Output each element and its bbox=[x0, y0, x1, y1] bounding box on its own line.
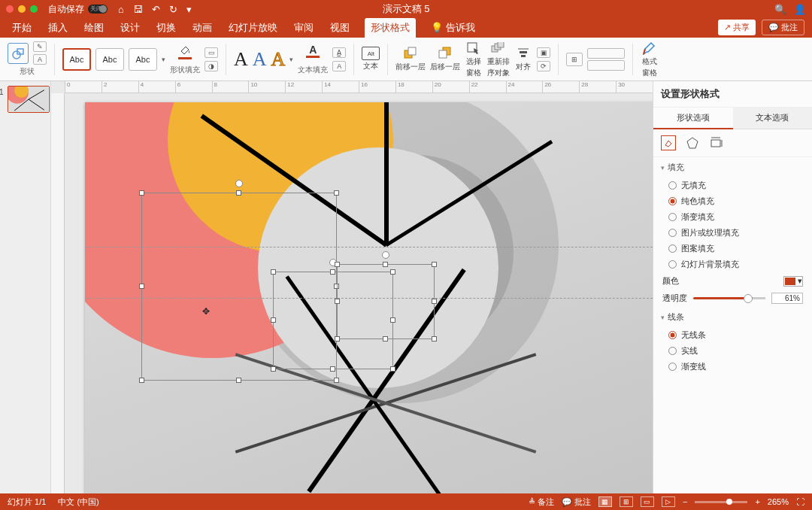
shape-line[interactable] bbox=[384, 102, 389, 245]
tab-home[interactable]: 开始 bbox=[11, 18, 33, 38]
wordart-gallery[interactable]: A A A ▾ bbox=[234, 50, 293, 69]
fill-option-picture[interactable]: 图片或纹理填充 bbox=[653, 225, 812, 241]
tab-insert[interactable]: 插入 bbox=[47, 18, 69, 38]
alt-text-button[interactable]: Alt 文本 bbox=[362, 47, 380, 71]
reorder-objects-button[interactable]: 重新排 序对象 bbox=[487, 41, 510, 78]
slide-thumbnail[interactable]: 1 bbox=[8, 86, 50, 113]
redo-icon[interactable]: ↻ bbox=[169, 4, 177, 15]
fill-line-icon[interactable] bbox=[661, 135, 676, 150]
slide-counter[interactable]: 幻灯片 1/1 bbox=[8, 496, 46, 508]
resize-handle[interactable] bbox=[139, 190, 144, 196]
text-effects-button[interactable]: A bbox=[332, 61, 346, 71]
zoom-out-button[interactable]: − bbox=[683, 497, 687, 506]
shape-outline-button[interactable]: ▭ bbox=[205, 47, 218, 58]
resize-handle[interactable] bbox=[139, 378, 144, 383]
normal-view-button[interactable]: ▦ bbox=[598, 496, 612, 507]
fill-option-gradient[interactable]: 渐变填充 bbox=[653, 209, 812, 225]
fill-option-pattern[interactable]: 图案填充 bbox=[653, 241, 812, 257]
wordart-style[interactable]: A bbox=[271, 50, 286, 69]
tab-shape-format[interactable]: 形状格式 bbox=[365, 18, 416, 38]
zoom-slider[interactable] bbox=[695, 501, 747, 503]
pane-tab-text-options[interactable]: 文本选项 bbox=[733, 108, 813, 129]
resize-handle[interactable] bbox=[236, 378, 241, 383]
edit-shape-button[interactable]: ✎ bbox=[33, 41, 47, 52]
tab-transitions[interactable]: 切换 bbox=[155, 18, 177, 38]
resize-handle[interactable] bbox=[432, 262, 437, 267]
resize-handle[interactable] bbox=[334, 378, 339, 383]
selection-pane-button[interactable]: 选择 窗格 bbox=[465, 41, 483, 78]
fill-option-solid[interactable]: 纯色填充 bbox=[653, 193, 812, 209]
resize-handle[interactable] bbox=[432, 299, 437, 304]
resize-handle[interactable] bbox=[236, 190, 241, 196]
group-button[interactable]: ▣ bbox=[537, 47, 550, 58]
slide-thumbnails[interactable]: 1 bbox=[0, 81, 51, 493]
pane-tab-shape-options[interactable]: 形状选项 bbox=[653, 108, 733, 129]
align-button[interactable]: 对齐 bbox=[514, 46, 532, 72]
height-input[interactable] bbox=[587, 48, 625, 59]
comments-button[interactable]: 💬 批注 bbox=[762, 20, 804, 35]
toggle-switch-off[interactable] bbox=[88, 5, 108, 14]
selection-box[interactable] bbox=[337, 264, 435, 339]
wordart-style[interactable]: A bbox=[234, 50, 248, 69]
rotate-handle[interactable] bbox=[382, 251, 389, 259]
zoom-in-button[interactable]: + bbox=[755, 497, 759, 506]
insert-shape-button[interactable] bbox=[8, 43, 29, 64]
account-icon[interactable]: 👤 bbox=[794, 4, 806, 15]
tab-animations[interactable]: 动画 bbox=[191, 18, 214, 38]
resize-handle[interactable] bbox=[383, 336, 388, 342]
shape-styles-gallery[interactable]: Abc Abc Abc ▾ bbox=[62, 48, 165, 71]
resize-handle[interactable] bbox=[271, 317, 276, 323]
style-chip[interactable]: Abc bbox=[62, 48, 91, 71]
wordart-style[interactable]: A bbox=[253, 50, 267, 69]
section-line-header[interactable]: 线条 bbox=[653, 307, 812, 327]
effects-icon[interactable] bbox=[685, 135, 700, 150]
home-icon[interactable]: ⌂ bbox=[118, 4, 124, 15]
resize-handle[interactable] bbox=[335, 299, 340, 304]
style-chip[interactable]: Abc bbox=[95, 48, 124, 71]
resize-handle[interactable] bbox=[390, 366, 395, 372]
language-status[interactable]: 中文 (中国) bbox=[58, 496, 98, 508]
reading-view-button[interactable]: ▭ bbox=[641, 496, 654, 507]
resize-handle[interactable] bbox=[335, 262, 340, 267]
resize-handle[interactable] bbox=[334, 190, 339, 196]
fit-to-window-button[interactable]: ⛶ bbox=[796, 497, 804, 506]
tab-view[interactable]: 视图 bbox=[329, 18, 351, 38]
fill-option-none[interactable]: 无填充 bbox=[653, 178, 812, 193]
sorter-view-button[interactable]: ⊞ bbox=[620, 496, 633, 507]
fill-option-slide-bg[interactable]: 幻灯片背景填充 bbox=[653, 257, 812, 272]
shape-effects-button[interactable]: ◑ bbox=[205, 61, 218, 71]
save-icon[interactable]: 🖫 bbox=[133, 4, 143, 15]
shape-fill-button[interactable] bbox=[175, 44, 195, 63]
tab-slideshow[interactable]: 幻灯片放映 bbox=[227, 18, 279, 38]
close-window-button[interactable] bbox=[6, 5, 14, 13]
gallery-more-icon[interactable]: ▾ bbox=[289, 56, 293, 63]
text-outline-button[interactable]: A̲ bbox=[332, 47, 346, 58]
notes-button[interactable]: ≜ 备注 bbox=[529, 496, 554, 508]
autosave-toggle[interactable]: 自动保存 bbox=[48, 3, 108, 16]
transparency-value[interactable]: 61% bbox=[771, 293, 803, 304]
size-crop-icon[interactable]: ⊞ bbox=[566, 53, 583, 66]
style-chip[interactable]: Abc bbox=[129, 48, 157, 71]
resize-handle[interactable] bbox=[330, 366, 335, 372]
size-properties-icon[interactable] bbox=[709, 135, 724, 150]
bring-forward-button[interactable]: 前移一层 bbox=[395, 46, 426, 72]
slide[interactable]: ✥ bbox=[85, 102, 653, 493]
line-option-gradient[interactable]: 渐变线 bbox=[653, 359, 812, 375]
minimize-window-button[interactable] bbox=[18, 5, 26, 13]
section-fill-header[interactable]: 填充 bbox=[653, 157, 812, 178]
slideshow-view-button[interactable]: ▷ bbox=[662, 496, 675, 507]
transparency-slider[interactable] bbox=[693, 297, 765, 299]
rotate-button[interactable]: ⟳ bbox=[537, 61, 550, 71]
tell-me[interactable]: 💡 告诉我 bbox=[429, 18, 477, 38]
tab-draw[interactable]: 绘图 bbox=[83, 18, 105, 38]
fill-color-picker[interactable]: ▾ bbox=[783, 276, 803, 287]
gallery-more-icon[interactable]: ▾ bbox=[162, 56, 165, 63]
undo-icon[interactable]: ↶ bbox=[152, 4, 160, 15]
resize-handle[interactable] bbox=[271, 366, 276, 372]
format-pane-button[interactable]: 格式 窗格 bbox=[641, 41, 659, 78]
resize-handle[interactable] bbox=[330, 269, 335, 275]
tab-design[interactable]: 设计 bbox=[119, 18, 141, 38]
resize-handle[interactable] bbox=[383, 262, 388, 267]
rotate-handle[interactable] bbox=[235, 180, 243, 187]
slide-canvas-area[interactable]: 024681012141618202224262830 bbox=[51, 81, 653, 493]
